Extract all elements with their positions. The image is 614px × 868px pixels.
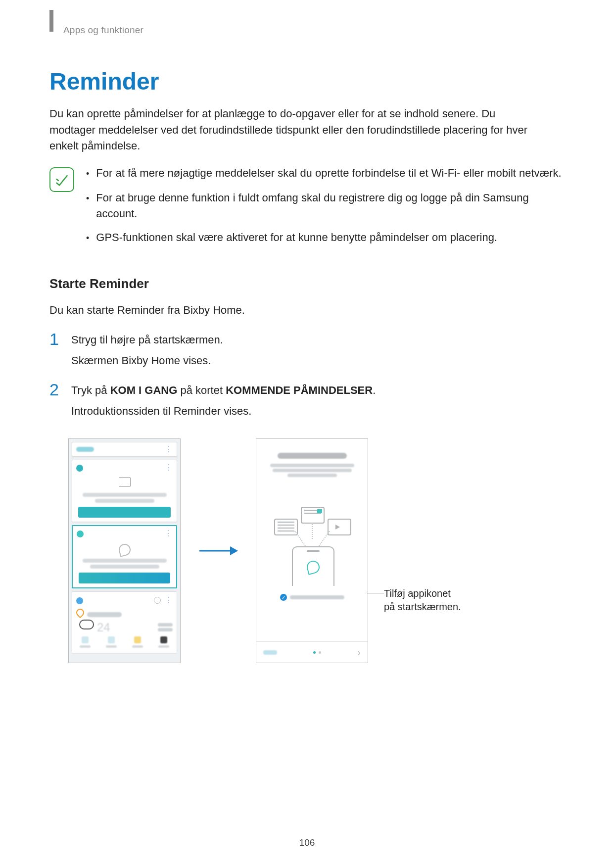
note-item: •For at få mere nøjagtige meddelelser sk… [86,165,565,182]
dotted-line [312,524,313,539]
intro-nav-bar: › [256,641,368,663]
note-list: •For at få mere nøjagtige meddelelser sk… [86,165,565,255]
more-icon: ⋮ [164,530,172,537]
text-blur [106,645,117,648]
note-illustration-icon [274,519,298,535]
calendar-grid-icon [119,477,131,487]
text-blur [158,645,169,648]
note-text: GPS-funktionen skal være aktiveret for a… [96,230,497,246]
callout-text: Tilføj appikonetpå startskærmen. [384,587,461,614]
card-action-button [78,507,171,518]
forecast-icon [160,636,167,643]
note-icon [49,167,74,192]
step-body: Tryk på KOM I GANG på kortet KOMMENDE PÅ… [71,382,376,420]
note-item: •GPS-funktionen skal være aktiveret for … [86,230,565,246]
temperature-blur: 24 [97,621,110,634]
note-item: •For at bruge denne funktion i fuldt omf… [86,190,565,222]
section-intro: Du kan starte Reminder fra Bixby Home. [49,302,544,319]
video-illustration-icon [328,519,351,535]
step-text: Tryk på KOM I GANG på kortet KOMMENDE PÅ… [71,382,376,399]
more-icon: ⋮ [165,464,173,472]
card-title-blur [76,447,94,452]
dotted-line [318,531,330,548]
forecast-icon [82,636,89,643]
refresh-icon [154,597,161,604]
note-text: For at bruge denne funktion i fuldt omfa… [96,190,565,222]
screenshot-bixby-home: ⋮ ⋮ ⋮ ⋮ 24 [68,438,181,663]
header-rule [49,10,53,32]
section-heading: Starte Reminder [49,276,565,291]
checkmark-icon: ✓ [280,594,287,601]
manual-page: Apps og funktioner Reminder Du kan opret… [0,0,614,868]
intro-sub-blur [273,469,352,472]
arrow-right-icon [198,544,238,557]
page-number: 106 [0,837,614,848]
text-blur [90,565,159,569]
intro-paragraph: Du kan oprette påmindelser for at planlæ… [49,106,544,154]
intro-sub-blur [287,474,337,477]
forecast-row [72,634,177,653]
chevron-right-icon: › [357,647,361,658]
step-2: 2 Tryk på KOM I GANG på kortet KOMMENDE … [49,382,565,420]
dotted-line [294,531,307,548]
add-to-home-label-blur [290,595,344,599]
forecast-icon [134,636,141,643]
reminder-icon [77,530,84,537]
card-calendar: ⋮ [72,460,177,522]
card-weather: ⋮ 24 [72,591,177,653]
weather-icon [76,597,83,604]
skip-button-blur [263,650,277,655]
card-generic: ⋮ [72,442,177,457]
text-blur [132,645,143,648]
text-blur [80,645,91,648]
breadcrumb: Apps og funktioner [63,25,565,36]
location-pin-icon [75,607,86,619]
step-body: Stryg til højre på startskærmen. Skærmen… [71,332,223,369]
more-icon: ⋮ [165,445,173,453]
text-blur [158,623,173,627]
intro-sub-blur [270,464,354,467]
note-block: •For at få mere nøjagtige meddelelser sk… [49,165,565,255]
note-text: For at få mere nøjagtige meddelelser ska… [96,165,561,182]
bullet-icon: • [86,190,89,222]
card-reminder: ⋮ [72,525,177,588]
bell-icon [305,559,321,575]
pager-dots [313,651,321,654]
calendar-icon [76,465,83,472]
callout-leader-line [367,593,384,593]
get-started-button [79,573,170,583]
figure-row: ⋮ ⋮ ⋮ ⋮ 24 [68,438,565,663]
text-blur [158,628,173,631]
step-text: Stryg til højre på startskærmen. [71,332,223,348]
text-blur [95,499,154,503]
more-icon: ⋮ [165,596,173,604]
screenshot-reminder-intro: ✓ › [256,438,368,663]
forecast-icon [108,636,115,643]
step-number: 1 [49,331,61,369]
bullet-icon: • [86,165,89,182]
step-1: 1 Stryg til højre på startskærmen. Skærm… [49,332,565,369]
intro-title-blur [278,453,347,459]
bullet-icon: • [86,230,89,246]
page-title: Reminder [49,68,565,95]
cloud-icon [79,620,94,629]
location-blur [87,612,122,617]
phone-illustration-icon [292,546,334,586]
intro-illustration [256,507,368,591]
svg-marker-1 [230,546,238,555]
step-subtext: Skærmen Bixby Home vises. [71,352,223,369]
image-illustration-icon [301,507,325,524]
text-blur [83,559,167,563]
step-number: 2 [49,381,61,420]
bell-icon [117,542,132,557]
add-to-home-row: ✓ [256,594,368,601]
callout: Tilføj appikonetpå startskærmen. [384,587,461,614]
step-subtext: Introduktionssiden til Reminder vises. [71,403,376,420]
text-blur [83,493,167,497]
